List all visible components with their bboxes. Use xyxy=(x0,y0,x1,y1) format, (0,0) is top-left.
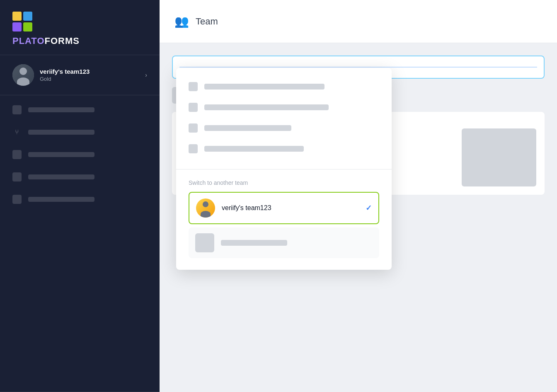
logo-icon xyxy=(12,12,32,31)
avatar-body xyxy=(17,77,29,86)
search-bar-inner xyxy=(179,67,537,68)
switch-team-section: Switch to another team veriify's team123… xyxy=(176,171,392,258)
inactive-team-name xyxy=(221,240,287,246)
dropdown-menu-item-1[interactable] xyxy=(176,76,392,97)
team-avatar-active xyxy=(196,198,215,218)
dropdown-bottom-padding xyxy=(176,261,392,270)
dropdown-icon-3 xyxy=(189,123,198,133)
nav-label-1 xyxy=(28,107,94,112)
dropdown-label-4 xyxy=(204,146,304,152)
avatar-head xyxy=(19,68,27,75)
user-name: veriify's team123 xyxy=(40,68,139,75)
dropdown-icon-2 xyxy=(189,103,198,112)
avatar xyxy=(12,64,34,86)
dropdown-label-3 xyxy=(204,125,291,131)
sidebar-item-3[interactable] xyxy=(0,144,160,165)
logo-square-blue xyxy=(23,12,32,21)
team-check-icon: ✓ xyxy=(366,203,372,213)
dropdown-divider xyxy=(176,169,392,169)
user-info: veriify's team123 Gold xyxy=(40,68,139,82)
main-content-area: 👥 Team xyxy=(160,0,557,392)
main-header: 👥 Team xyxy=(160,0,557,43)
team-item-inactive[interactable] xyxy=(189,227,379,258)
nav-label-2 xyxy=(28,130,94,135)
team-dropdown[interactable]: Switch to another team veriify's team123… xyxy=(176,68,392,270)
nav-icon-1 xyxy=(12,105,22,114)
team-avatar-placeholder xyxy=(195,233,214,252)
logo-area: PLATOFORMS xyxy=(0,0,160,55)
logo-square-purple xyxy=(12,22,22,31)
bg-card-image xyxy=(462,128,536,186)
team-avatar-head xyxy=(203,201,208,207)
nav-label-3 xyxy=(28,152,94,157)
avatar-image xyxy=(12,64,34,86)
sidebar-item-5[interactable] xyxy=(0,189,160,210)
nav-icon-5 xyxy=(12,195,22,204)
logo-square-yellow xyxy=(12,12,22,21)
dropdown-icon-4 xyxy=(189,144,198,153)
logo-brand: PLATOFORMS xyxy=(12,36,80,46)
user-plan: Gold xyxy=(40,76,139,82)
team-item-active[interactable]: veriify's team123 ✓ xyxy=(189,192,379,224)
nav-label-5 xyxy=(28,197,94,202)
fork-icon: ⑂ xyxy=(12,128,22,137)
nav-icon-4 xyxy=(12,172,22,181)
dropdown-icon-1 xyxy=(189,82,198,91)
dropdown-menu-item-3[interactable] xyxy=(176,118,392,138)
sidebar-item-1[interactable] xyxy=(0,99,160,120)
sidebar-item-2[interactable]: ⑂ xyxy=(0,122,160,143)
sidebar-item-4[interactable] xyxy=(0,167,160,187)
nav-label-4 xyxy=(28,174,94,179)
logo-plato: PLATO xyxy=(12,36,45,46)
active-team-name: veriify's team123 xyxy=(222,204,359,212)
page-title: Team xyxy=(196,16,218,27)
sidebar-nav: ⑂ xyxy=(0,95,160,392)
dropdown-menu-item-2[interactable] xyxy=(176,97,392,118)
dropdown-menu-section xyxy=(176,68,392,167)
sidebar: PLATOFORMS veriify's team123 Gold › ⑂ xyxy=(0,0,160,392)
logo-square-green xyxy=(23,22,32,31)
sidebar-user[interactable]: veriify's team123 Gold › xyxy=(0,55,160,95)
switch-team-label: Switch to another team xyxy=(189,179,379,186)
main-body: Switch to another team veriify's team123… xyxy=(160,43,557,392)
logo-forms: FORMS xyxy=(45,36,80,46)
nav-icon-3 xyxy=(12,150,22,159)
dropdown-menu-item-4[interactable] xyxy=(176,138,392,159)
dropdown-label-1 xyxy=(204,84,325,90)
chevron-right-icon: › xyxy=(145,72,147,78)
dropdown-label-2 xyxy=(204,104,329,110)
team-avatar-body xyxy=(201,211,211,218)
team-icon: 👥 xyxy=(174,15,189,28)
